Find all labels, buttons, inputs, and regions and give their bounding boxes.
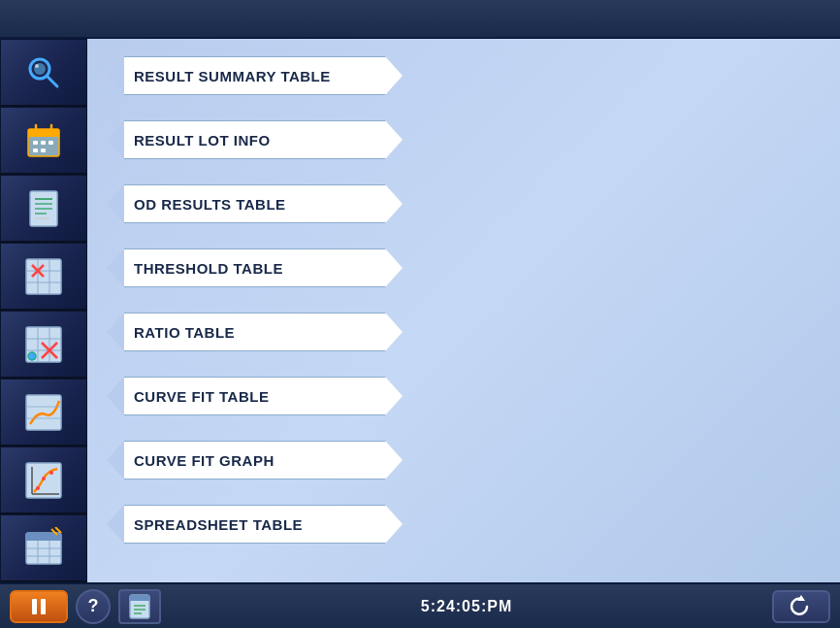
threshold-table-btn[interactable]: THRESHOLD TABLE: [107, 239, 821, 297]
calendar-icon: [19, 116, 68, 165]
svg-point-40: [36, 486, 40, 490]
curve-fit-graph-label: CURVE FIT GRAPH: [124, 441, 386, 479]
ratio-table-btn[interactable]: RATIO TABLE: [107, 303, 821, 361]
curve-graph-icon: [19, 456, 68, 505]
main-layout: RESULT SUMMARY TABLE RESULT LOT INFO OD …: [0, 39, 840, 582]
svg-rect-52: [41, 599, 46, 614]
ratio-table-label: RATIO TABLE: [124, 313, 386, 351]
bottom-left-controls: ?: [10, 589, 161, 624]
arrow-notch: [107, 313, 124, 351]
arrow-tip: [385, 313, 403, 351]
spreadsheet-table-label: SPREADSHEET TABLE: [124, 505, 386, 544]
svg-rect-51: [32, 599, 37, 614]
sidebar: [0, 39, 87, 582]
bottom-bar: ? 5:24:05:PM: [0, 582, 840, 628]
sidebar-item-spreadsheet[interactable]: [0, 514, 87, 582]
svg-line-50: [55, 527, 61, 533]
document-icon: [19, 184, 68, 233]
svg-rect-5: [28, 129, 59, 137]
svg-point-41: [42, 477, 46, 480]
result-summary-table-label: RESULT SUMMARY TABLE: [124, 56, 386, 95]
pause-button[interactable]: [10, 590, 68, 623]
curve-fit-table-label: CURVE FIT TABLE: [124, 377, 386, 415]
spreadsheet-icon: [19, 524, 68, 573]
arrow-notch: [107, 120, 124, 159]
arrow-tip: [385, 505, 403, 544]
spreadsheet-table-btn[interactable]: SPREADSHEET TABLE: [107, 495, 821, 553]
svg-rect-9: [41, 141, 46, 145]
sidebar-item-ratio[interactable]: [0, 311, 87, 379]
time-display: 5:24:05:PM: [421, 598, 512, 615]
arrow-notch: [107, 184, 124, 223]
svg-rect-10: [48, 141, 53, 145]
od-results-table-label: OD RESULTS TABLE: [124, 184, 386, 223]
arrow-notch: [107, 441, 124, 479]
arrow-tip: [385, 248, 403, 287]
sidebar-item-curve-fit-table[interactable]: [0, 379, 87, 446]
threshold-table-label: THRESHOLD TABLE: [124, 248, 386, 287]
svg-rect-12: [41, 149, 46, 152]
arrow-notch: [107, 377, 124, 415]
grid-cross-icon: [19, 252, 68, 301]
report-button[interactable]: [118, 589, 161, 624]
arrow-notch: [107, 56, 124, 95]
magnifier-icon: [19, 49, 68, 97]
sidebar-item-result-lot[interactable]: [0, 107, 87, 175]
arrow-notch: [107, 505, 124, 544]
arrow-notch: [107, 248, 124, 287]
arrow-tip: [385, 377, 403, 415]
grid-x-icon: [19, 320, 68, 369]
result-summary-table-btn[interactable]: RESULT SUMMARY TABLE: [107, 47, 821, 105]
arrow-tip: [385, 56, 403, 95]
svg-point-33: [28, 352, 36, 360]
curve-fit-graph-btn[interactable]: CURVE FIT GRAPH: [107, 431, 821, 489]
result-lot-info-label: RESULT LOT INFO: [124, 120, 386, 159]
svg-rect-8: [33, 141, 38, 145]
curve-fit-table-btn[interactable]: CURVE FIT TABLE: [107, 367, 821, 425]
help-icon: ?: [88, 596, 99, 616]
sidebar-item-result-summary[interactable]: [0, 39, 87, 107]
svg-point-3: [35, 64, 39, 68]
sidebar-item-curve-fit-graph[interactable]: [0, 446, 87, 514]
svg-line-2: [47, 76, 57, 86]
top-bar: [0, 0, 840, 39]
back-button[interactable]: [772, 590, 830, 623]
sidebar-item-od-results[interactable]: [0, 175, 87, 243]
svg-point-42: [49, 471, 53, 475]
arrow-tip: [385, 120, 403, 159]
svg-rect-54: [130, 595, 149, 601]
arrow-tip: [385, 441, 403, 479]
arrow-tip: [385, 184, 403, 223]
help-button[interactable]: ?: [76, 589, 111, 624]
curve-table-icon: [19, 388, 68, 437]
sidebar-item-threshold[interactable]: [0, 243, 87, 311]
od-results-table-btn[interactable]: OD RESULTS TABLE: [107, 175, 821, 233]
content-area: RESULT SUMMARY TABLE RESULT LOT INFO OD …: [87, 39, 840, 582]
svg-rect-11: [33, 149, 38, 152]
result-lot-info-btn[interactable]: RESULT LOT INFO: [107, 111, 821, 169]
